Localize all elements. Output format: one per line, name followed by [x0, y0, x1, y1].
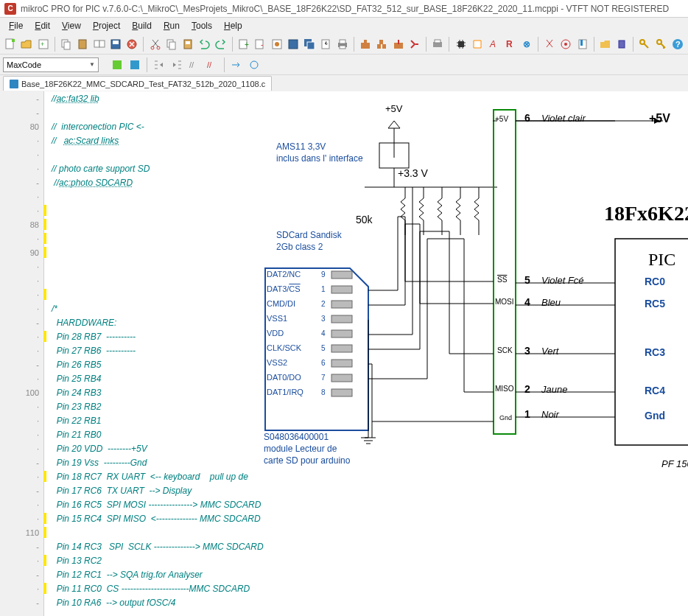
save-icon[interactable] [108, 36, 123, 52]
hdr-sck: SCK [497, 346, 513, 354]
gutter-line: · [0, 427, 43, 441]
target-icon[interactable] [558, 36, 573, 52]
gutter-line: · [0, 469, 43, 483]
menu-help[interactable]: Help [218, 19, 248, 32]
x-icon[interactable]: ⊗ [519, 36, 534, 52]
svg-text://: // [189, 60, 194, 69]
a-icon[interactable]: A [486, 36, 501, 52]
find-icon[interactable] [470, 36, 485, 52]
key-icon[interactable] [637, 36, 652, 52]
editor-tab-bar: Base_18F26K22_MMC_SDCARD_Test_FAT32_512b… [0, 75, 688, 91]
gutter-line: - [0, 315, 43, 329]
sd-pin-label: VDD [267, 329, 284, 337]
menu-tools[interactable]: Tools [186, 19, 218, 32]
code-area[interactable]: //ac:fat32 lib// interconection PIC <-//… [44, 91, 688, 616]
scissors-icon[interactable] [542, 36, 557, 52]
gutter-line: · [0, 147, 43, 161]
new-project-icon[interactable]: + [36, 36, 51, 52]
menu-project[interactable]: Project [87, 19, 126, 32]
menu-run[interactable]: Run [158, 19, 186, 32]
undo-icon[interactable] [197, 36, 211, 52]
svg-rect-62 [331, 315, 352, 323]
comment-icon[interactable]: // [186, 57, 203, 73]
save-project-icon[interactable] [286, 36, 301, 52]
r-icon[interactable]: R [502, 36, 517, 52]
redo-icon[interactable] [214, 36, 228, 52]
svg-text:-: - [261, 41, 263, 49]
sd-pin-label: DAT1/IRQ [267, 388, 303, 396]
editor-tab[interactable]: Base_18F26K22_MMC_SDCARD_Test_FAT32_512b… [3, 76, 272, 91]
hdr-ss: SS [497, 276, 507, 284]
lbl-pf: PF 150202 [661, 458, 688, 469]
highlight-icon[interactable] [109, 57, 125, 73]
gutter-line: · [0, 413, 43, 427]
menu-file[interactable]: File [3, 19, 29, 32]
close-icon[interactable] [124, 36, 139, 52]
lbl-pic: PIC [648, 250, 675, 270]
add-file-icon[interactable]: + [236, 36, 251, 52]
wire-name: Vert [541, 346, 558, 357]
highlight2-icon[interactable] [127, 57, 143, 73]
gutter-line: · [0, 189, 43, 203]
sync-icon[interactable] [246, 57, 262, 73]
sd-pin-label: VSS2 [267, 358, 287, 367]
outdent-icon[interactable] [169, 57, 185, 73]
print-icon[interactable] [335, 36, 350, 52]
code-line: Pin 10 RA6 --> output fOSC/4 [44, 595, 688, 609]
sd-pin-num: 2 [321, 300, 326, 308]
key2-icon[interactable] [654, 36, 669, 52]
scheme-combo[interactable]: MaxCode▼ [3, 57, 99, 72]
uncomment-icon[interactable]: // [204, 57, 220, 73]
lbl-mod2: module Lecteur de [264, 444, 337, 454]
clone-icon[interactable] [91, 36, 106, 52]
code-line: Pin 16 RC5 SPI MOSI ---------------> MMC… [44, 497, 688, 511]
menu-bar: File Edit View Project Build Run Tools H… [0, 18, 688, 34]
paste-icon[interactable] [75, 36, 90, 52]
lbl-mod3: carte SD pour arduino [264, 455, 350, 466]
export-icon[interactable] [318, 36, 333, 52]
lbl-sd2: 2Gb class 2 [276, 242, 323, 252]
saveall-icon[interactable] [302, 36, 317, 52]
menu-build[interactable]: Build [126, 19, 158, 32]
printer2-icon[interactable] [430, 36, 445, 52]
open-icon[interactable] [19, 36, 34, 52]
copy2-icon[interactable] [164, 36, 179, 52]
build-prog-icon[interactable] [391, 36, 406, 52]
svg-rect-34 [382, 44, 386, 49]
cut-icon[interactable] [147, 36, 162, 52]
indent-icon[interactable] [151, 57, 167, 73]
code-line: Pin 17 RC6 TX UART --> Display [44, 483, 688, 497]
menu-edit[interactable]: Edit [29, 19, 56, 32]
copy-icon[interactable] [59, 36, 74, 52]
folder2-icon[interactable] [598, 36, 613, 52]
svg-rect-52 [113, 60, 122, 69]
paste2-icon[interactable] [180, 36, 195, 52]
component-icon[interactable] [614, 36, 629, 52]
sd-pin-num: 5 [321, 344, 326, 352]
project-settings-icon[interactable] [269, 36, 284, 52]
svg-rect-64 [331, 345, 352, 352]
remove-file-icon[interactable]: - [253, 36, 267, 52]
rebuild-icon[interactable] [374, 36, 389, 52]
svg-rect-6 [79, 40, 86, 49]
c-file-icon [10, 80, 18, 88]
svg-rect-1 [12, 39, 15, 42]
menu-view[interactable]: View [56, 19, 87, 32]
chip-icon[interactable] [453, 36, 468, 52]
gutter-line: - [0, 483, 43, 497]
goto-icon[interactable] [228, 57, 245, 73]
conn-num: 5 [524, 274, 530, 286]
program-icon[interactable] [407, 36, 422, 52]
help-icon[interactable]: ? [670, 36, 685, 52]
pic-pin: Gnd [645, 410, 665, 421]
new-icon[interactable] [3, 36, 18, 52]
svg-rect-47 [619, 41, 625, 48]
wire-name: Jaune [541, 384, 567, 395]
bookmark-icon[interactable] [575, 36, 589, 52]
build-icon[interactable] [358, 36, 373, 52]
lbl-ams2: inclus dans l' interface [276, 153, 363, 164]
svg-rect-67 [331, 389, 352, 396]
wire-name: Bleu [541, 297, 561, 308]
code-line: Pin 13 RC2 [44, 553, 688, 567]
code-editor[interactable]: --80···-··88·90····-··-·100····-·-··110-… [0, 91, 688, 616]
